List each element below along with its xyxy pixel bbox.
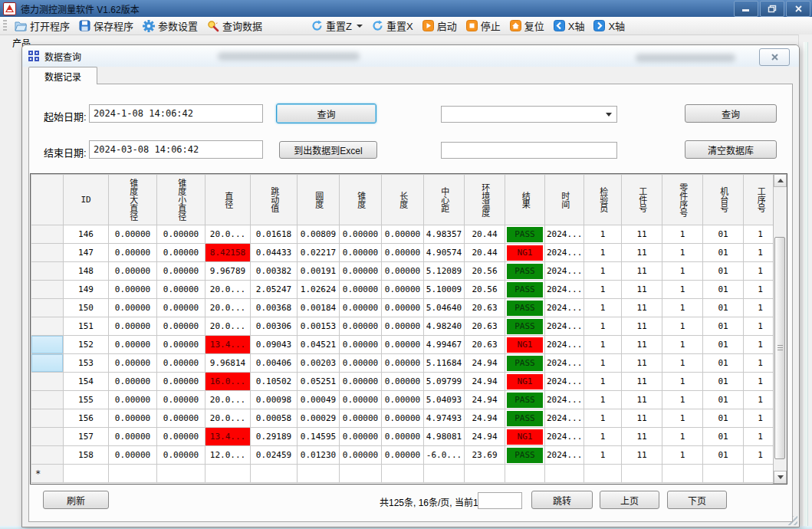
table-cell[interactable]: 1 [584, 354, 622, 373]
table-cell[interactable]: PASS [505, 317, 545, 336]
reset-z-button[interactable]: 重置Z [307, 17, 367, 34]
table-cell[interactable]: 0.00203 [298, 354, 340, 373]
table-cell[interactable]: 0.00000 [157, 225, 205, 244]
table-cell[interactable] [298, 465, 340, 483]
table-cell[interactable] [64, 465, 109, 483]
table-cell[interactable] [109, 465, 157, 483]
query-button-2[interactable]: 查询 [685, 104, 777, 123]
table-cell[interactable]: 20.56 [465, 262, 505, 281]
table-cell[interactable]: 20.0... [205, 409, 251, 428]
table-cell[interactable]: 1 [744, 336, 777, 354]
row-selector[interactable] [31, 428, 64, 446]
table-cell[interactable]: 2024... [545, 391, 584, 409]
new-row-marker[interactable]: * [31, 465, 64, 483]
table-cell[interactable]: 2024... [545, 262, 584, 281]
table-cell[interactable]: 1 [584, 262, 622, 281]
column-header[interactable]: 机台号 [703, 175, 744, 225]
column-header[interactable]: 工序号 [744, 175, 777, 225]
column-header[interactable]: 结果 [505, 175, 545, 225]
table-cell[interactable]: 4.99467 [424, 336, 465, 354]
table-cell[interactable]: 4.97493 [424, 409, 465, 428]
end-date-input[interactable] [89, 140, 263, 159]
table-cell[interactable]: 1 [584, 409, 622, 428]
query-button[interactable]: 查询 [276, 104, 376, 123]
table-cell[interactable]: 01 [703, 299, 744, 317]
table-cell[interactable] [157, 465, 205, 483]
table-cell[interactable]: 0.00382 [251, 262, 298, 281]
table-cell[interactable]: 0.00000 [382, 225, 424, 244]
table-cell[interactable]: 1 [584, 244, 622, 262]
column-header[interactable]: 锥度 [340, 175, 382, 225]
table-cell[interactable]: 2024... [545, 225, 584, 244]
table-cell[interactable]: 0.00000 [157, 409, 205, 428]
table-cell[interactable]: 24.94 [465, 391, 505, 409]
table-cell[interactable]: PASS [505, 391, 545, 409]
row-selector[interactable] [31, 409, 64, 428]
table-cell[interactable]: 0.00000 [109, 446, 157, 465]
table-cell[interactable]: 11 [622, 244, 662, 262]
table-cell[interactable]: 5.09799 [424, 373, 465, 391]
table-cell[interactable] [424, 465, 465, 483]
table-cell[interactable]: 0.00000 [157, 317, 205, 336]
column-header[interactable]: 圆度 [298, 175, 340, 225]
save-program-button[interactable]: 保存程序 [74, 17, 138, 34]
table-cell[interactable]: PASS [505, 262, 545, 281]
dialog-titlebar[interactable]: 数据查询 [22, 45, 799, 67]
table-cell[interactable]: 8.42158 [205, 244, 251, 262]
table-cell[interactable]: 1.02624 [298, 281, 340, 299]
table-cell[interactable]: 0.00000 [382, 299, 424, 317]
table-cell[interactable]: 24.94 [465, 428, 505, 446]
table-cell[interactable]: 24.94 [465, 354, 505, 373]
refresh-button[interactable]: 刷新 [43, 491, 109, 509]
table-cell[interactable]: 0.00000 [340, 409, 382, 428]
table-cell[interactable]: 1 [744, 299, 777, 317]
table-cell[interactable]: 0.04521 [298, 336, 340, 354]
table-cell[interactable]: 01 [703, 446, 744, 465]
table-cell[interactable]: 154 [64, 373, 109, 391]
table-cell[interactable]: 4.98357 [424, 225, 465, 244]
table-cell[interactable]: 0.00000 [382, 446, 424, 465]
table-row[interactable]: 1480.000000.000009.967890.003820.001910.… [31, 262, 777, 281]
table-cell[interactable]: 01 [703, 354, 744, 373]
column-header[interactable]: ID [64, 175, 109, 225]
table-row[interactable]: 1460.000000.0000020.0...0.016180.008090.… [31, 225, 777, 244]
table-cell[interactable] [505, 465, 545, 483]
table-cell[interactable]: 0.00000 [340, 446, 382, 465]
table-cell[interactable]: -6.0... [424, 446, 465, 465]
table-cell[interactable]: 2024... [545, 281, 584, 299]
table-cell[interactable] [251, 465, 298, 483]
table-cell[interactable]: 1 [662, 244, 703, 262]
table-cell[interactable]: 24.94 [465, 409, 505, 428]
table-cell[interactable]: 0.00000 [109, 244, 157, 262]
table-cell[interactable]: 0.00000 [340, 354, 382, 373]
table-row[interactable]: 1580.000000.0000012.0...0.024590.012300.… [31, 446, 777, 465]
table-row[interactable]: 1470.000000.000008.421580.044330.022170.… [31, 244, 777, 262]
table-cell[interactable]: 0.00368 [251, 299, 298, 317]
table-cell[interactable]: 4.98240 [424, 317, 465, 336]
table-cell[interactable]: 0.00029 [298, 409, 340, 428]
table-cell[interactable]: 1 [662, 373, 703, 391]
table-cell[interactable]: 11 [622, 281, 662, 299]
table-cell[interactable] [584, 465, 622, 483]
table-cell[interactable] [340, 465, 382, 483]
table-cell[interactable]: 0.00184 [298, 299, 340, 317]
table-cell[interactable]: 20.0... [205, 225, 251, 244]
table-row[interactable]: 1510.000000.0000020.0...0.003060.001530.… [31, 317, 777, 336]
scroll-up-button[interactable] [774, 174, 787, 187]
filter-text-input[interactable] [441, 142, 617, 159]
table-cell[interactable]: 0.04433 [251, 244, 298, 262]
table-row[interactable]: 1540.000000.0000016.0...0.105020.052510.… [31, 373, 777, 391]
table-cell[interactable]: 4.90574 [424, 244, 465, 262]
start-button[interactable]: 启动 [418, 17, 462, 34]
table-cell[interactable]: 1 [744, 225, 777, 244]
table-cell[interactable]: 0.00000 [382, 336, 424, 354]
reset-x-button[interactable]: 重置X [367, 17, 418, 34]
vertical-scrollbar[interactable] [773, 174, 787, 484]
scrollbar-thumb[interactable] [774, 237, 785, 459]
table-cell[interactable]: 0.00000 [157, 262, 205, 281]
table-cell[interactable]: 1 [662, 299, 703, 317]
table-cell[interactable]: 20.44 [465, 244, 505, 262]
column-header[interactable]: 跳动值 [251, 175, 298, 225]
next-page-button[interactable]: 下页 [667, 491, 727, 509]
table-cell[interactable]: 1 [584, 317, 622, 336]
